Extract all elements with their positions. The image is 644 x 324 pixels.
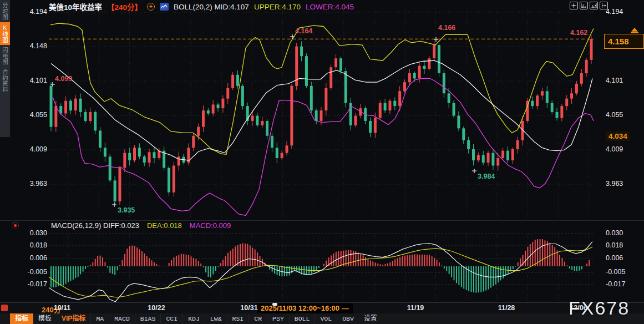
- macd-axis-label-left: 0.030: [15, 229, 47, 237]
- date-label-11/19: 11/19: [400, 304, 431, 312]
- macd-axis-label-right: 0.018: [606, 241, 638, 249]
- price-axis-label-right: 4.055: [606, 111, 638, 119]
- current-price-badge: 4.158: [604, 34, 644, 49]
- boll-lower-label: LOWER:4.045: [306, 3, 354, 11]
- indicator-toolbar: 指标模板VIP指标MAMACDBIASCCIKDJLW&RSICRPSYBOLL…: [0, 313, 644, 324]
- app-logo-icon: [1, 305, 8, 311]
- footer-item-MA[interactable]: MA: [90, 313, 109, 324]
- svg-text:4.164: 4.164: [295, 27, 312, 35]
- sidebar-item-分时图[interactable]: 分时图: [0, 0, 10, 22]
- price-alert-marker-base: [631, 32, 638, 33]
- pane-layout-right-icon[interactable]: [590, 2, 598, 9]
- macd-axis-label-left: -0.005: [15, 268, 47, 276]
- date-label-11/28: 11/28: [491, 304, 522, 312]
- macd-axis-label-left: -0.017: [15, 280, 47, 288]
- macd-axis-label-left: 0.006: [15, 254, 47, 262]
- footer-item-BIAS[interactable]: BIAS: [135, 313, 161, 324]
- footer-item-OBV[interactable]: OBV: [337, 313, 359, 324]
- svg-text:4.162: 4.162: [570, 29, 587, 37]
- secondary-price-badge: 4.034: [606, 131, 630, 141]
- pane-expand-icon[interactable]: [600, 2, 608, 9]
- footer-item-RSI[interactable]: RSI: [227, 313, 249, 324]
- boll-mid-label: BOLL(20,2) MID:4.107: [174, 3, 249, 11]
- footer-item-KDJ[interactable]: KDJ: [182, 313, 205, 324]
- price-annotations: 4.0994.1644.1664.1623.9353.984: [50, 24, 587, 214]
- macd-axis-label-left: 0.018: [15, 241, 47, 249]
- chart-type-icon[interactable]: [160, 3, 169, 11]
- move-crosshair-icon[interactable]: [570, 2, 578, 9]
- macd-header: MACD(26,12,9) DIFF:0.023 DEA:0.018 MACD:…: [51, 221, 231, 230]
- price-axis-label-right: 4.009: [606, 145, 638, 153]
- footer-item-BOLL[interactable]: BOLL: [289, 313, 315, 324]
- sidebar-item-闪电图[interactable]: 闪电图: [0, 45, 10, 67]
- price-axis-label-right: 4.101: [606, 77, 638, 84]
- pane-layout-left-icon[interactable]: [580, 2, 588, 9]
- chart-toolbar: [570, 2, 608, 9]
- price-axis-label-left: 4.055: [15, 111, 47, 119]
- date-label-10/11: 10/11: [47, 304, 78, 312]
- sidebar-item-K线图[interactable]: K线图: [0, 22, 10, 45]
- price-alert-marker-icon[interactable]: [631, 28, 638, 32]
- chart-header: 美债10年收益率 【240分】 + BOLL(20,2) MID:4.107 U…: [49, 1, 354, 12]
- footer-item-CR[interactable]: CR: [249, 313, 267, 324]
- macd-dea-label: DEA:0.018: [147, 221, 182, 230]
- svg-text:4.166: 4.166: [438, 24, 455, 32]
- svg-text:3.984: 3.984: [478, 173, 495, 180]
- time-axis: 240分 ▲ 2025/11/03 12:00~16:00 — 10/1110/…: [0, 302, 644, 313]
- candlestick-layer: [50, 36, 593, 205]
- macd-lines: [49, 242, 592, 302]
- zoom-add-icon[interactable]: +: [147, 3, 155, 11]
- footer-item-指标[interactable]: 指标: [10, 313, 33, 324]
- macd-axis-label-right: 0.030: [606, 229, 638, 237]
- sidebar-item-合约资料[interactable]: 合约资料: [0, 67, 10, 94]
- watermark: FX678: [569, 297, 630, 319]
- footer-item-LW&[interactable]: LW&: [205, 313, 227, 324]
- date-label-10/22: 10/22: [141, 304, 172, 312]
- trading-app: { "app": { "watermark": "FX678" }, "colo…: [0, 0, 644, 324]
- price-axis-label-left: 4.148: [15, 42, 47, 50]
- macd-value-label: MACD:0.009: [190, 221, 231, 230]
- footer-item-设置[interactable]: 设置: [359, 313, 382, 324]
- footer-item-MACD[interactable]: MACD: [109, 313, 135, 324]
- price-axis-label-left: 4.101: [15, 77, 47, 84]
- footer-item-CCI[interactable]: CCI: [160, 313, 182, 324]
- hovered-bar-time: 2025/11/03 12:00~16:00 —: [257, 303, 353, 313]
- boll-upper-label: UPPER:4.170: [254, 3, 301, 11]
- period-tag[interactable]: 【240分】: [107, 1, 142, 12]
- cursor-position-tick: [272, 303, 277, 306]
- macd-diff-label: MACD(26,12,9) DIFF:0.023: [51, 221, 139, 230]
- pane-divider: [0, 220, 644, 221]
- price-axis-label-right: 4.194: [606, 8, 638, 16]
- svg-text:3.935: 3.935: [118, 206, 135, 214]
- live-indicator-icon: [12, 222, 19, 229]
- footer-item-VIP指标[interactable]: VIP指标: [57, 313, 90, 324]
- footer-item-VOL[interactable]: VOL: [315, 313, 337, 324]
- price-axis-label-right: 3.963: [606, 180, 638, 188]
- svg-text:4.099: 4.099: [55, 75, 72, 83]
- footer-item-PSY[interactable]: PSY: [267, 313, 289, 324]
- macd-axis-label-right: -0.005: [606, 268, 638, 276]
- chart-canvas[interactable]: 4.0994.1644.1664.1623.9353.984: [0, 0, 644, 324]
- date-label-10/31: 10/31: [234, 304, 265, 312]
- price-axis-label-left: 3.963: [15, 180, 47, 188]
- macd-axis-label-right: -0.017: [606, 280, 638, 288]
- symbol-title: 美债10年收益率: [49, 1, 102, 12]
- price-axis-label-left: 4.194: [15, 8, 47, 16]
- price-axis-label-left: 4.009: [15, 145, 47, 153]
- macd-axis-label-right: 0.006: [606, 254, 638, 262]
- footer-item-模板[interactable]: 模板: [33, 313, 57, 324]
- sidebar: 分时图K线图闪电图合约资料: [0, 0, 10, 137]
